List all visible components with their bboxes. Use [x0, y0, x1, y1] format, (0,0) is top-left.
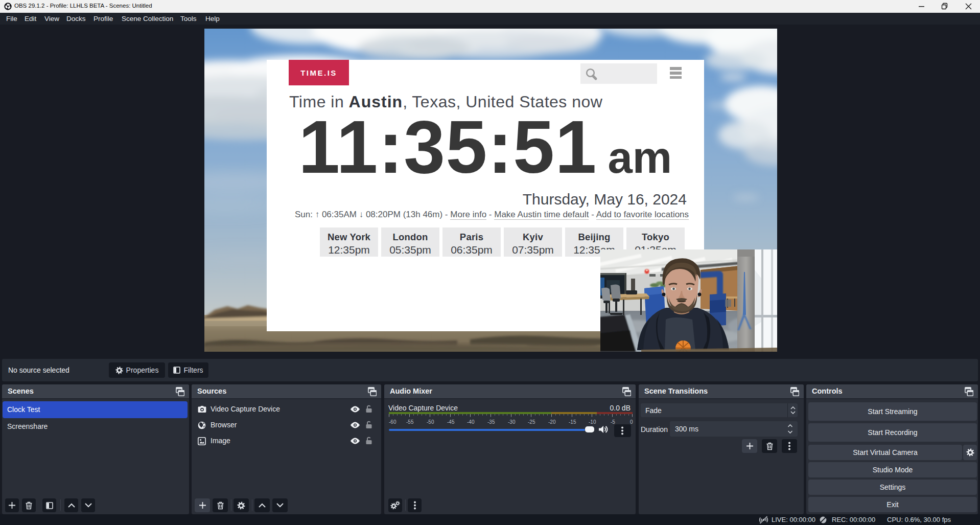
svg-text:-5: -5	[611, 419, 615, 425]
svg-text:-15: -15	[569, 419, 576, 425]
svg-text:-35: -35	[487, 419, 495, 425]
svg-text:-40: -40	[467, 419, 475, 425]
svg-text:-50: -50	[427, 419, 434, 425]
svg-text:-55: -55	[406, 419, 414, 425]
svg-text:-10: -10	[589, 419, 596, 425]
svg-text:-45: -45	[447, 419, 455, 425]
svg-text:-60: -60	[389, 419, 396, 425]
svg-text:-25: -25	[528, 419, 535, 425]
svg-text:0: 0	[630, 419, 633, 425]
svg-text:-30: -30	[508, 419, 516, 425]
svg-text:-20: -20	[548, 419, 556, 425]
